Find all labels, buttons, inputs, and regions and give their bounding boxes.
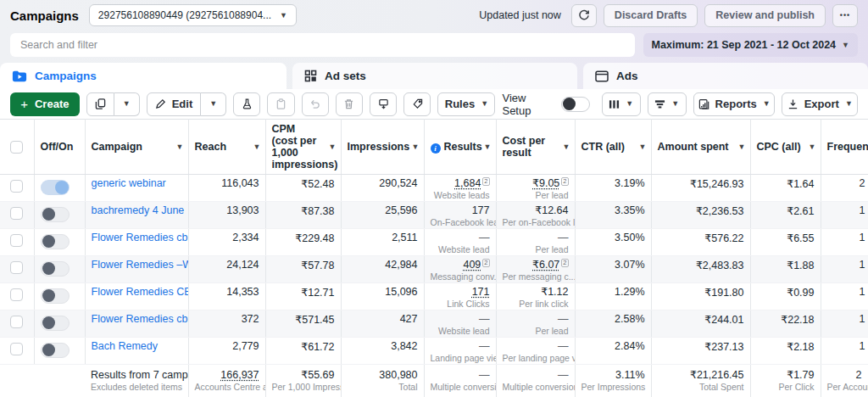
cell-frequency: 1 bbox=[821, 310, 868, 338]
pin-button[interactable] bbox=[370, 92, 397, 116]
campaign-toggle[interactable] bbox=[41, 316, 70, 331]
table-row: Flower Remedies CBO14,353₹12.7115,096171… bbox=[0, 283, 868, 310]
cell-spent: ₹191.80 bbox=[651, 283, 750, 310]
tab-ads[interactable]: Ads bbox=[583, 63, 868, 89]
columns-button[interactable]: ▼ bbox=[602, 92, 641, 116]
campaign-toggle[interactable] bbox=[41, 180, 70, 195]
cost-value: ₹9.052 bbox=[503, 177, 569, 190]
row-checkbox[interactable] bbox=[10, 316, 23, 328]
column-header-campaign[interactable]: Campaign▼ bbox=[85, 120, 188, 175]
column-header-reach[interactable]: Reach▼ bbox=[188, 120, 265, 175]
export-button[interactable]: Export ▼ bbox=[782, 92, 858, 116]
view-setup-toggle[interactable] bbox=[561, 97, 590, 112]
column-header-cost-per-result[interactable]: Cost per result▼ bbox=[496, 120, 575, 175]
footer-cpm: ₹55.69Per 1,000 Impressio... bbox=[265, 365, 341, 397]
cell-cpm: ₹57.78 bbox=[265, 256, 341, 283]
cell-ctr: 3.07% bbox=[575, 256, 651, 283]
create-button[interactable]: + Create bbox=[10, 92, 80, 116]
results-label: Website leads bbox=[431, 190, 490, 201]
column-header-cpc-all[interactable]: CPC (all)▼ bbox=[750, 120, 821, 175]
results-label: Landing page view bbox=[431, 353, 490, 364]
account-dropdown[interactable]: 292756108890449 (2927561088904... ▼ bbox=[89, 4, 297, 26]
cell-frequency: 2 bbox=[821, 175, 868, 202]
campaign-toggle[interactable] bbox=[41, 261, 70, 277]
cell-impressions: 290,524 bbox=[341, 175, 424, 202]
cell-results: —Landing page view bbox=[424, 338, 496, 365]
cell-impressions: 25,596 bbox=[341, 202, 424, 229]
tab-ad-sets[interactable]: Ad sets bbox=[292, 63, 577, 89]
row-checkbox[interactable] bbox=[10, 288, 23, 301]
footer-summary: Results from 7 campaig bbox=[91, 369, 182, 382]
column-header-label: Frequency bbox=[827, 141, 850, 153]
column-header-impressions[interactable]: Impressions▼ bbox=[341, 120, 424, 175]
row-checkbox[interactable] bbox=[10, 234, 23, 247]
edit-button[interactable]: Edit bbox=[147, 92, 202, 116]
campaign-toggle[interactable] bbox=[41, 288, 70, 304]
duplicate-dropdown-button[interactable]: ▼ bbox=[114, 92, 140, 116]
column-header-label: CPM (cost per 1,000 impressions) bbox=[272, 123, 323, 171]
chevron-down-icon: ▼ bbox=[253, 143, 261, 151]
tag-button[interactable] bbox=[403, 92, 431, 116]
edit-button-label: Edit bbox=[172, 98, 193, 110]
cell-reach: 13,903 bbox=[188, 202, 265, 229]
campaign-link[interactable]: Flower Remedies –WA bbox=[92, 259, 189, 271]
campaign-link[interactable]: bachremedy 4 June bbox=[92, 204, 185, 216]
cost-label: Per lead bbox=[503, 190, 569, 201]
table-row: Flower Remedies –WA24,124₹57.7842,984409… bbox=[0, 256, 868, 283]
refresh-button[interactable] bbox=[571, 4, 597, 27]
more-options-button[interactable]: ••• bbox=[832, 4, 858, 27]
pin-arrow-icon bbox=[378, 98, 389, 109]
search-input[interactable] bbox=[10, 33, 635, 57]
campaign-toggle[interactable] bbox=[41, 234, 70, 249]
duplicate-button[interactable] bbox=[86, 92, 114, 116]
discard-drafts-button[interactable]: Discard Drafts bbox=[604, 4, 698, 27]
undo-button[interactable] bbox=[302, 92, 329, 116]
date-range-selector[interactable]: Maximum: 21 Sep 2021 - 12 Oct 2024 ▼ bbox=[643, 33, 858, 57]
cell-cost-per-result: ₹6.072Per messaging c... bbox=[496, 256, 575, 283]
cell-reach: 24,124 bbox=[188, 256, 265, 283]
info-icon: i bbox=[431, 143, 441, 154]
campaign-link[interactable]: generic webinar bbox=[92, 177, 166, 189]
delete-button[interactable] bbox=[336, 92, 363, 116]
ab-test-button[interactable] bbox=[233, 92, 260, 116]
cell-cost-per-result: ₹12.64Per on-Facebook le... bbox=[496, 202, 575, 229]
column-header-off-on[interactable]: Off/On bbox=[34, 120, 85, 175]
campaign-link[interactable]: Flower Remedies cbo bbox=[92, 313, 189, 325]
results-label: Website lead bbox=[431, 244, 490, 255]
campaign-link[interactable]: Bach Remedy bbox=[92, 340, 159, 352]
edit-dropdown-button[interactable]: ▼ bbox=[201, 92, 226, 116]
rules-button[interactable]: Rules ▼ bbox=[437, 92, 495, 116]
footer-amount-spent: ₹21,216.45Total Spent bbox=[651, 365, 750, 397]
filter-bar: Maximum: 21 Sep 2021 - 12 Oct 2024 ▼ bbox=[0, 31, 868, 59]
reports-button[interactable]: Reports ▼ bbox=[693, 92, 776, 116]
paste-button[interactable] bbox=[267, 92, 294, 116]
campaign-link[interactable]: Flower Remedies CBO bbox=[92, 286, 189, 298]
column-header-frequency[interactable]: Frequency bbox=[821, 120, 868, 175]
table-footer-row: Results from 7 campaigExcludes deleted i… bbox=[0, 365, 868, 397]
cost-label: Per messaging c... bbox=[503, 271, 569, 282]
footer-results-value: — bbox=[431, 369, 490, 382]
frequency-value: 1 bbox=[860, 259, 865, 271]
frequency-value: 1 bbox=[860, 232, 865, 243]
column-header-results[interactable]: iResults▼ bbox=[424, 120, 496, 175]
tab-campaigns[interactable]: Campaigns bbox=[0, 63, 287, 89]
row-checkbox[interactable] bbox=[10, 261, 23, 274]
cell-ctr: 1.29% bbox=[575, 283, 651, 310]
view-setup-label: View Setup bbox=[502, 92, 552, 117]
row-checkbox[interactable] bbox=[10, 180, 23, 193]
column-header-cpm-cost-per-1-000-impressions[interactable]: CPM (cost per 1,000 impressions)▼ bbox=[265, 120, 341, 175]
select-all-checkbox[interactable] bbox=[10, 141, 23, 154]
breakdown-button[interactable]: ▼ bbox=[648, 92, 687, 116]
results-value: 1,6842 bbox=[431, 177, 490, 190]
campaign-toggle[interactable] bbox=[41, 343, 70, 358]
footer-empty-cell bbox=[0, 365, 85, 397]
column-header-amount-spent[interactable]: Amount spent▼ bbox=[651, 120, 750, 175]
cell-cpm: ₹229.48 bbox=[265, 229, 341, 256]
row-checkbox[interactable] bbox=[10, 207, 23, 220]
footer-reach-label: Accounts Centre ac... bbox=[195, 382, 259, 393]
column-header-ctr-all[interactable]: CTR (all)▼ bbox=[575, 120, 651, 175]
campaign-link[interactable]: Flower Remedies cbo... bbox=[92, 232, 189, 243]
row-checkbox[interactable] bbox=[10, 343, 23, 355]
review-publish-button[interactable]: Review and publish bbox=[704, 4, 826, 27]
campaign-toggle[interactable] bbox=[41, 207, 70, 222]
